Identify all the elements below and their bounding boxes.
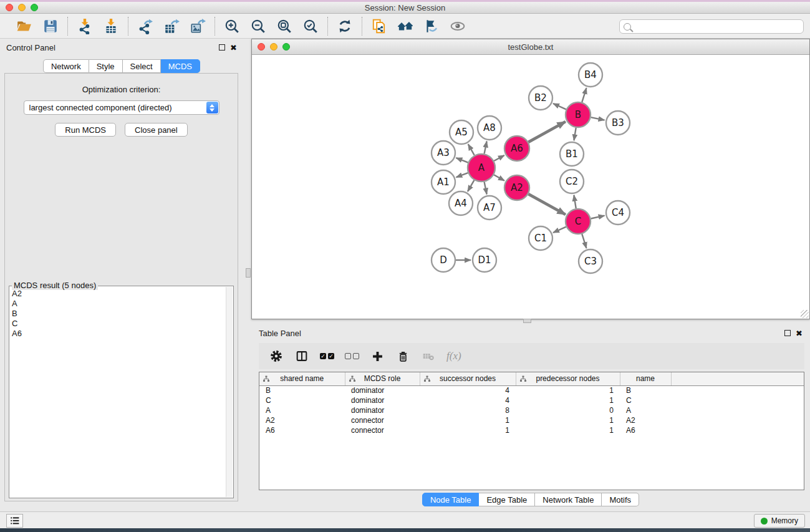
zoom-fit-button[interactable] bbox=[276, 17, 293, 35]
graph-node-D1[interactable]: D1 bbox=[473, 248, 496, 272]
vertical-splitter-grip[interactable] bbox=[246, 268, 251, 278]
graph-node-A3[interactable]: A3 bbox=[432, 141, 455, 165]
graph-node-C3[interactable]: C3 bbox=[579, 249, 602, 273]
table-cell[interactable]: 8 bbox=[420, 405, 516, 415]
table-cell[interactable]: B bbox=[259, 385, 345, 395]
tab-edge-table[interactable]: Edge Table bbox=[479, 493, 535, 506]
graph-edge-A2-C[interactable] bbox=[528, 194, 565, 215]
graph-node-B2[interactable]: B2 bbox=[529, 86, 552, 110]
app-titlebar[interactable]: Session: New Session bbox=[0, 2, 810, 14]
window-resize-grip[interactable] bbox=[801, 310, 809, 318]
table-cell[interactable]: C bbox=[259, 395, 345, 405]
result-item[interactable]: A2 bbox=[12, 289, 224, 299]
table-cell[interactable] bbox=[671, 425, 804, 435]
network-close-button[interactable] bbox=[258, 43, 265, 51]
graph-node-B[interactable]: B bbox=[566, 102, 591, 127]
create-column-button[interactable] bbox=[370, 349, 385, 364]
graph-node-C[interactable]: C bbox=[566, 209, 591, 234]
graph-edge-B-B3[interactable] bbox=[591, 117, 605, 120]
table-cell[interactable]: 1 bbox=[420, 425, 516, 435]
tab-style[interactable]: Style bbox=[89, 59, 123, 73]
tab-node-table[interactable]: Node Table bbox=[422, 493, 480, 506]
graph-edge-A-A5[interactable] bbox=[468, 144, 475, 155]
table-cell[interactable]: 1 bbox=[516, 395, 620, 405]
column-header-predecessor-nodes[interactable]: predecessor nodes bbox=[516, 372, 620, 385]
table-row[interactable]: Bdominator41B bbox=[259, 385, 804, 395]
network-minimize-button[interactable] bbox=[270, 43, 277, 51]
graph-node-A6[interactable]: A6 bbox=[504, 136, 529, 161]
table-row[interactable]: Cdominator41C bbox=[259, 395, 804, 405]
export-table-button[interactable] bbox=[163, 17, 180, 35]
tab-network[interactable]: Network bbox=[43, 59, 89, 73]
table-cell[interactable]: 1 bbox=[516, 425, 620, 435]
table-cell[interactable]: connector bbox=[345, 415, 420, 425]
table-cell[interactable]: connector bbox=[345, 425, 420, 435]
graph-node-B1[interactable]: B1 bbox=[560, 142, 584, 166]
zoom-window-button[interactable] bbox=[31, 4, 38, 11]
graph-edge-B-B4[interactable] bbox=[582, 88, 586, 102]
network-window-controls[interactable] bbox=[258, 43, 290, 51]
graph-edge-A-A3[interactable] bbox=[456, 158, 468, 163]
table-cell[interactable]: dominator bbox=[345, 395, 420, 405]
apply-layout-button[interactable] bbox=[336, 17, 354, 35]
unselect-all-columns-button[interactable] bbox=[345, 353, 359, 359]
import-table-button[interactable] bbox=[102, 17, 120, 35]
table-cell[interactable]: dominator bbox=[345, 385, 420, 395]
run-mcds-button[interactable]: Run MCDS bbox=[55, 123, 116, 137]
table-cell[interactable]: A2 bbox=[259, 415, 345, 425]
graph-node-A1[interactable]: A1 bbox=[432, 170, 455, 194]
table-cell[interactable]: dominator bbox=[345, 405, 420, 415]
graph-edge-B-B1[interactable] bbox=[574, 128, 576, 141]
result-item[interactable]: A6 bbox=[12, 329, 224, 339]
graph-node-A7[interactable]: A7 bbox=[478, 196, 501, 220]
graph-node-A5[interactable]: A5 bbox=[450, 120, 473, 144]
zoom-out-button[interactable] bbox=[249, 17, 267, 35]
graph-edge-B-B2[interactable] bbox=[553, 104, 566, 109]
table-cell[interactable] bbox=[671, 405, 804, 415]
graph-edge-A-A2[interactable] bbox=[494, 175, 504, 180]
result-scrollbar[interactable] bbox=[226, 287, 233, 497]
graph-node-C1[interactable]: C1 bbox=[529, 226, 552, 250]
column-header-name[interactable]: name bbox=[620, 372, 671, 385]
column-header-successor-nodes[interactable]: successor nodes bbox=[420, 372, 516, 385]
graph-edge-A-A6[interactable] bbox=[494, 155, 504, 161]
table-row[interactable]: Adominator80A bbox=[259, 405, 804, 415]
table-cell[interactable]: 1 bbox=[420, 415, 516, 425]
search-input[interactable] bbox=[635, 22, 799, 31]
graph-node-A2[interactable]: A2 bbox=[504, 175, 529, 200]
table-row[interactable]: A2connector11A2 bbox=[259, 415, 804, 425]
memory-button[interactable]: Memory bbox=[754, 514, 805, 528]
task-history-button[interactable] bbox=[6, 514, 23, 528]
table-cell[interactable]: 0 bbox=[516, 405, 620, 415]
horizontal-splitter-grip[interactable] bbox=[523, 319, 531, 323]
zoom-in-button[interactable] bbox=[223, 17, 241, 35]
table-cell[interactable]: 4 bbox=[420, 385, 516, 395]
tab-select[interactable]: Select bbox=[123, 59, 161, 73]
table-cell[interactable]: 1 bbox=[516, 415, 620, 425]
network-canvas[interactable]: AA6A2BCA5A8A3A1A4A7B2B4B3B1C2C4C1C3DD1 bbox=[252, 56, 809, 319]
graph-node-A4[interactable]: A4 bbox=[449, 191, 473, 215]
network-window-titlebar[interactable]: testGlobe.txt bbox=[252, 39, 809, 55]
network-graph[interactable]: AA6A2BCA5A8A3A1A4A7B2B4B3B1C2C4C1C3DD1 bbox=[252, 56, 809, 319]
table-cell[interactable] bbox=[671, 385, 804, 395]
table-cell[interactable]: A6 bbox=[620, 425, 671, 435]
table-cell[interactable]: 1 bbox=[516, 385, 620, 395]
close-table-panel-icon[interactable]: ✖ bbox=[796, 329, 803, 337]
graph-edge-C-C1[interactable] bbox=[553, 227, 566, 233]
close-panel-icon[interactable]: ✖ bbox=[230, 44, 237, 52]
result-item[interactable]: A bbox=[12, 299, 224, 309]
table-cell[interactable]: 4 bbox=[420, 395, 516, 405]
graph-node-A[interactable]: A bbox=[468, 154, 495, 181]
graph-edge-C-C2[interactable] bbox=[574, 195, 576, 209]
search-box[interactable] bbox=[619, 19, 804, 34]
show-all-button[interactable] bbox=[449, 17, 466, 35]
table-row[interactable]: A6connector11A6 bbox=[259, 425, 804, 435]
float-panel-icon[interactable] bbox=[219, 44, 225, 51]
export-network-button[interactable] bbox=[137, 17, 154, 35]
import-network-button[interactable] bbox=[76, 17, 94, 35]
table-cell[interactable]: A bbox=[259, 405, 345, 415]
graph-edge-A-A1[interactable] bbox=[456, 173, 468, 177]
float-table-panel-icon[interactable] bbox=[784, 330, 791, 336]
table-cell[interactable]: A6 bbox=[259, 425, 345, 435]
result-item[interactable]: B bbox=[12, 309, 224, 319]
